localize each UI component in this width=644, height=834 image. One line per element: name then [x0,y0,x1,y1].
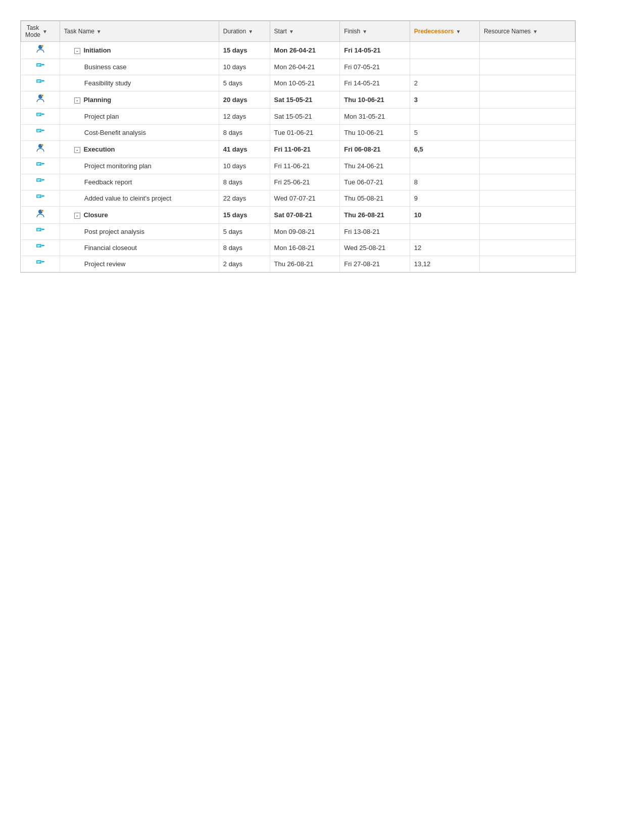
table-row[interactable]: Cost-Benefit analysis8 daysTue 01-06-21T… [21,125,575,141]
col-header-duration[interactable]: Duration ▼ [219,21,270,42]
table-row[interactable]: Project review2 daysThu 26-08-21Fri 27-0… [21,256,575,272]
col-start-arrow[interactable]: ▼ [289,29,294,34]
start-cell: Wed 07-07-21 [270,190,340,207]
task-name: Project review [64,260,126,268]
duration-cell: 20 days [219,91,270,109]
col-finish-arrow[interactable]: ▼ [362,29,367,34]
predecessors-cell: 2 [410,75,479,91]
col-task-mode-label: TaskMode [25,24,40,38]
col-duration-arrow[interactable]: ▼ [248,29,253,34]
summary-task-name: - Planning [64,96,112,104]
subtask-icon [36,246,45,253]
subtask-icon [36,164,45,171]
predecessors-cell [410,158,479,174]
finish-cell: Mon 31-05-21 [340,109,410,125]
task-name-cell: - Planning [60,91,219,109]
finish-cell: Fri 27-08-21 [340,256,410,272]
resource-names-cell [479,158,575,174]
resource-names-cell [479,207,575,224]
table-row[interactable]: Project monitoring plan10 daysFri 11-06-… [21,158,575,174]
start-cell: Sat 15-05-21 [270,109,340,125]
collapse-button[interactable]: - [74,147,80,153]
table-row[interactable]: Feedback report8 daysFri 25-06-21Tue 06-… [21,174,575,190]
collapse-button[interactable]: - [74,48,80,54]
task-mode-cell [21,207,60,224]
col-header-task-name[interactable]: Task Name ▼ [60,21,219,42]
col-resource-names-label: Resource Names [484,28,531,35]
finish-cell: Fri 06-08-21 [340,141,410,158]
duration-cell: 5 days [219,224,270,240]
table-row[interactable]: - Planning20 daysSat 15-05-21Thu 10-06-2… [21,91,575,109]
col-header-task-mode[interactable]: TaskMode ▼ [21,21,60,42]
col-header-resource-names[interactable]: Resource Names ▼ [479,21,575,42]
table-row[interactable]: Feasibility study5 daysMon 10-05-21Fri 1… [21,75,575,91]
collapse-button[interactable]: - [74,97,80,104]
subtask-icon [36,262,45,269]
start-cell: Mon 26-04-21 [270,42,340,59]
duration-cell: 22 days [219,190,270,207]
svg-rect-30 [37,229,40,230]
start-cell: Fri 25-06-21 [270,174,340,190]
table-row[interactable]: Post project analysis5 daysMon 09-08-21F… [21,224,575,240]
task-mode-cell [21,42,60,59]
svg-rect-36 [37,261,40,262]
predecessors-cell: 5 [410,125,479,141]
col-task-mode-arrow[interactable]: ▼ [42,29,47,34]
svg-rect-34 [37,247,39,247]
duration-cell: 15 days [219,42,270,59]
svg-rect-15 [37,131,39,132]
resource-names-cell [479,125,575,141]
finish-cell: Thu 05-08-21 [340,190,410,207]
collapse-button[interactable]: - [74,213,80,219]
table-row[interactable]: Business case10 daysMon 26-04-21Fri 07-0… [21,59,575,75]
task-mode-cell [21,158,60,174]
col-resource-names-arrow[interactable]: ▼ [533,29,538,34]
task-name: Project plan [64,113,119,120]
task-mode-cell [21,109,60,125]
col-header-finish[interactable]: Finish ▼ [340,21,410,42]
svg-point-9 [41,94,43,96]
predecessors-cell: 9 [410,190,479,207]
start-cell: Fri 11-06-21 [270,141,340,158]
svg-rect-3 [37,64,40,65]
subtask-icon [36,130,45,138]
duration-cell: 8 days [219,174,270,190]
svg-rect-37 [37,263,39,263]
start-cell: Thu 26-08-21 [270,256,340,272]
predecessors-cell: 13,12 [410,256,479,272]
summary-task-name: - Execution [64,145,115,153]
predecessors-cell: 12 [410,240,479,256]
table-row[interactable]: Project plan12 daysSat 15-05-21Mon 31-05… [21,109,575,125]
task-mode-cell [21,174,60,190]
resource-names-cell [479,256,575,272]
svg-rect-25 [37,195,40,197]
table-row[interactable]: Financial closeout8 daysMon 16-08-21Wed … [21,240,575,256]
task-name: Feasibility study [64,79,131,87]
table-row[interactable]: - Closure15 daysSat 07-08-21Thu 26-08-21… [21,207,575,224]
task-name: Business case [64,63,127,71]
col-task-name-arrow[interactable]: ▼ [96,29,102,34]
table-row[interactable]: - Initiation15 daysMon 26-04-21Fri 14-05… [21,42,575,59]
duration-cell: 8 days [219,240,270,256]
task-name: Post project analysis [64,228,144,235]
col-finish-label: Finish [344,28,360,35]
table-row[interactable]: - Execution41 daysFri 11-06-21Fri 06-08-… [21,141,575,158]
table-row[interactable]: Added value to cleint's project22 daysWe… [21,190,575,207]
col-header-start[interactable]: Start ▼ [270,21,340,42]
finish-cell: Thu 24-06-21 [340,158,410,174]
predecessors-cell [410,224,479,240]
col-header-predecessors[interactable]: Predecessors ▼ [410,21,479,42]
finish-cell: Fri 14-05-21 [340,42,410,59]
finish-cell: Thu 10-06-21 [340,125,410,141]
task-mode-cell [21,125,60,141]
svg-rect-22 [37,179,40,180]
subtask-icon [36,196,45,204]
resource-names-cell [479,91,575,109]
col-predecessors-arrow[interactable]: ▼ [456,29,461,34]
task-name-cell: Financial closeout [60,240,219,256]
start-cell: Tue 01-06-21 [270,125,340,141]
task-name: Feedback report [64,178,132,186]
svg-rect-14 [37,130,40,131]
col-start-label: Start [274,28,287,35]
svg-rect-26 [37,197,39,198]
